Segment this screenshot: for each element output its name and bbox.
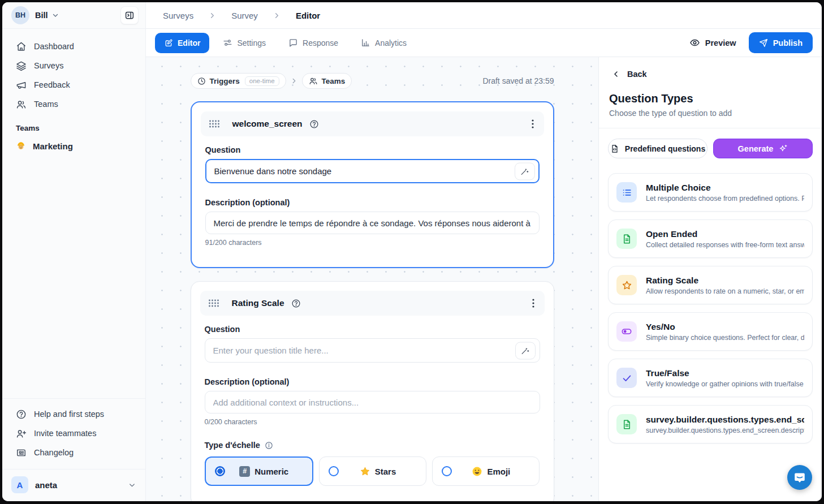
question-card-header: welcome_screen [201,111,544,136]
question-title-input[interactable] [205,159,540,183]
sidebar-item-label: Invite teammates [34,429,96,438]
chat-bubble-icon [793,471,806,484]
sidebar-item-surveys[interactable]: Surveys [7,56,141,75]
question-title-input[interactable] [205,338,540,363]
check-icon [616,368,637,388]
survey-canvas: Triggers one-time Teams Draft sav [146,57,598,501]
home-icon [16,41,27,52]
question-type-rating-scale[interactable]: Rating Scale Allow respondents to rate o… [608,266,813,304]
magic-wand-icon [520,167,529,175]
triggers-pill[interactable]: Triggers one-time [191,73,286,89]
sidebar-item-label: Help and first steps [34,410,104,419]
sidebar-item-label: Feedback [34,80,70,89]
sidebar-item-team-marketing[interactable]: Marketing [7,136,141,156]
question-type-title: True/False [646,368,804,378]
generate-button[interactable]: Generate [713,139,813,158]
info-circle-icon[interactable] [265,441,273,450]
list-icon [616,182,637,203]
tab-label: Editor [178,38,200,48]
account-switcher[interactable]: A aneta [2,469,145,501]
scale-option-label: Emoji [487,467,510,476]
question-description-input[interactable] [205,212,540,234]
question-field-label: Question [205,325,540,334]
question-types-panel: Back Question Types Choose the type of q… [598,57,822,501]
question-type-title: survey.builder.questions.types.end_scr..… [646,415,804,425]
sidebar-item-feedback[interactable]: Feedback [7,75,141,94]
scale-option-numeric[interactable]: # Numeric [205,456,313,486]
question-type-description: survey.builder.questions.types.end_scree… [646,427,804,434]
chevron-right-icon [290,77,298,85]
question-card-header: Rating Scale [200,291,545,316]
magic-wand-icon [521,346,529,355]
character-counter: 0/200 characters [205,418,540,426]
publish-label: Publish [773,38,803,48]
question-card-welcome-screen[interactable]: welcome_screen Question [191,101,554,268]
predefined-questions-button[interactable]: Predefined questions [608,139,707,158]
question-type-description: Simple binary choice questions. Perfect … [646,334,804,342]
document-icon [616,414,637,434]
tab-settings[interactable]: Settings [215,33,274,53]
ai-rewrite-button[interactable] [515,162,535,180]
card-menu-kebab-icon[interactable] [529,117,536,131]
help-circle-icon[interactable] [291,299,301,308]
question-type-description: Verify knowledge or gather opinions with… [646,380,804,388]
question-card-title: Rating Scale [232,298,284,308]
card-menu-kebab-icon[interactable] [530,296,537,310]
users-icon [16,99,27,110]
drag-handle-icon[interactable] [208,299,219,307]
question-description-input[interactable] [205,391,540,413]
collapse-sidebar-button[interactable] [120,6,139,24]
scale-option-stars[interactable]: Stars [319,456,426,486]
sidebar-item-label: Changelog [34,448,74,457]
megaphone-icon [16,80,27,91]
teams-section-label: Teams [2,114,145,136]
ai-rewrite-button[interactable] [515,342,536,359]
triggers-label: Triggers [210,77,240,85]
scale-type-options: # Numeric [205,456,540,486]
question-type-multiple-choice[interactable]: Multiple Choice Let respondents choose f… [608,173,813,212]
drag-handle-icon[interactable] [209,120,220,128]
account-name: aneta [35,480,57,490]
draft-status: Draft saved at 23:59 [482,76,554,85]
breadcrumb-survey[interactable]: Survey [231,11,258,20]
chevron-down-icon [128,481,136,489]
tab-analytics[interactable]: Analytics [353,33,415,53]
question-type-open-ended[interactable]: Open Ended Collect detailed responses wi… [608,219,813,258]
breadcrumb: Surveys Survey Editor [146,2,822,29]
send-icon [759,38,768,48]
back-button[interactable]: Back [599,57,822,79]
chevron-right-icon [273,11,281,20]
question-type-title: Multiple Choice [646,183,804,193]
question-type-yes-no[interactable]: Yes/No Simple binary choice questions. P… [608,312,813,351]
tab-response[interactable]: Response [281,33,346,53]
teams-pill[interactable]: Teams [302,73,352,89]
sidebar-item-help[interactable]: Help and first steps [7,404,141,424]
question-type-end-screen[interactable]: survey.builder.questions.types.end_scr..… [608,405,813,443]
bar-chart-icon [361,38,370,48]
sidebar-item-changelog[interactable]: Changelog [7,443,141,462]
main-column: Surveys Survey Editor Editor Se [146,2,822,501]
workspace-switcher[interactable]: BH Bill [2,2,145,29]
layers-icon [16,61,27,71]
sidebar-item-invite[interactable]: Invite teammates [7,424,141,443]
toggle-icon [616,321,637,342]
tab-editor[interactable]: Editor [155,33,209,53]
question-type-title: Yes/No [646,322,804,332]
sidebar-item-teams[interactable]: Teams [7,94,141,114]
tab-label: Settings [237,38,266,48]
question-type-true-false[interactable]: True/False Verify knowledge or gather op… [608,359,813,397]
pencil-square-icon [164,38,173,48]
question-card-rating-scale[interactable]: Rating Scale Question [191,281,554,501]
scale-option-emoji[interactable]: Emoji [432,456,540,486]
sidebar-item-dashboard[interactable]: Dashboard [7,37,141,56]
message-square-icon [288,38,298,48]
user-plus-icon [16,428,27,439]
description-field-label: Description (optional) [205,377,540,386]
breadcrumb-surveys[interactable]: Surveys [163,11,193,20]
help-circle-icon[interactable] [309,119,319,129]
chat-launcher-button[interactable] [787,465,812,490]
preview-button[interactable]: Preview [689,37,736,48]
teams-pill-label: Teams [322,77,346,85]
trigger-frequency-badge: one-time [245,76,279,86]
publish-button[interactable]: Publish [749,32,813,53]
